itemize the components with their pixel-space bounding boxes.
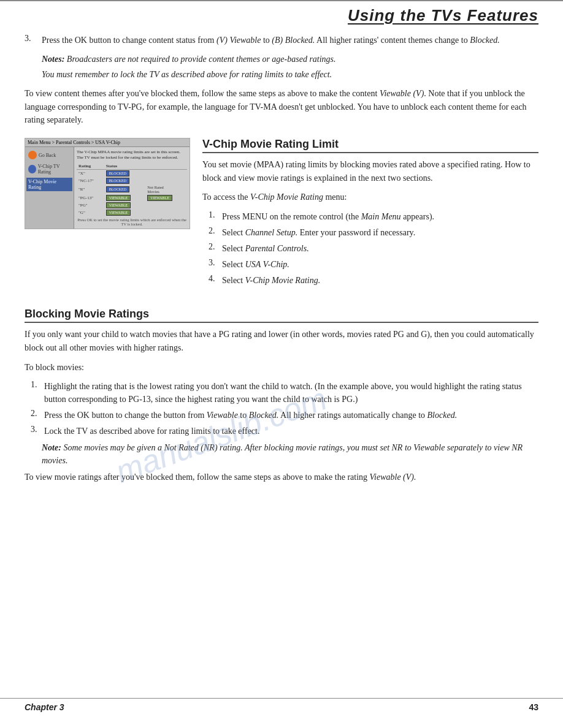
vchip-step-2b-num: 2. [209, 242, 222, 255]
note-2: You must remember to lock the TV as desc… [42, 68, 538, 81]
scr-active-movie-rating: V-Chip Movie Rating [26, 178, 72, 191]
extra-g [145, 209, 187, 216]
italic-viewable: (V) Viewable [216, 36, 261, 45]
vchip-italic: V-Chip Movie Rating [250, 192, 323, 202]
scr-icon-goback [28, 151, 37, 159]
two-col-section: Main Menu > Parental Controls > USA V-Ch… [25, 138, 538, 298]
blocked-italic2: Blocked. [427, 411, 458, 420]
page-title: Using the TVs Features [25, 6, 538, 25]
extra-x [145, 170, 187, 178]
vchip-step-1: 1. Press MENU on the remote control (the… [209, 210, 538, 223]
main-content: 3. Press the OK button to change content… [0, 34, 563, 484]
scr-icon-tvrating [28, 165, 36, 173]
rating-x: "X" [77, 170, 104, 178]
table-row: "R" BLOCKED Not RatedMovies [77, 184, 187, 194]
scr-col-rating: Rating [77, 163, 104, 170]
italic-blocked2: Blocked. [470, 36, 500, 45]
usa-vchip-italic: USA V-Chip. [245, 260, 289, 269]
page: Using the TVs Features manualslib.com 3.… [0, 0, 563, 728]
vchip-step-2-text: Select Channel Setup. Enter your passwor… [222, 226, 538, 239]
blocking-step-1-text: Highlight the rating that is the lowest … [44, 380, 538, 406]
scr-btn-goback: Go Back [26, 150, 72, 161]
status-btn-x: BLOCKED [106, 170, 129, 176]
scr-col-status: Status [104, 163, 146, 170]
table-row: "G" VIEWABLE [77, 209, 187, 216]
status-btn-pg: VIEWABLE [106, 202, 131, 208]
scr-menu-bar: Main Menu > Parental Controls > USA V-Ch… [25, 138, 190, 147]
rating-g: "G" [77, 209, 104, 216]
blocking-label: To block movies: [25, 361, 538, 374]
vchip-step-3-text: Select USA V-Chip. [222, 258, 538, 271]
vchip-step-2: 2. Select Channel Setup. Enter your pass… [209, 226, 538, 239]
footer-page: 43 [529, 702, 538, 712]
blocking-steps: 1. Highlight the rating that is the lowe… [31, 380, 538, 438]
scr-sidebar: Go Back V-Chip TV Rating V-Chip Movie Ra… [25, 147, 74, 229]
notes-label: Notes: [42, 55, 64, 64]
list-num-3: 3. [25, 34, 42, 47]
blocking-closing: To view movie ratings after you've block… [25, 471, 538, 484]
vchip-steps: 1. Press MENU on the remote control (the… [209, 210, 538, 287]
scr-desc: The V-Chip MPAA movie rating limits are … [77, 150, 187, 161]
status-nc17: BLOCKED [104, 177, 146, 184]
rating-nc17: "NC-17" [77, 177, 104, 184]
extra-nc17 [145, 177, 187, 184]
scr-btn-goback-label: Go Back [39, 153, 56, 158]
blocking-step-2-text: Press the OK button to change the button… [44, 409, 538, 422]
table-row: "X" BLOCKED [77, 170, 187, 178]
italic-blocked: (B) Blocked. [272, 36, 315, 45]
note-2-text: You must remember to lock the TV as desc… [42, 70, 332, 79]
viewable-italic: Viewable [207, 411, 238, 420]
channel-setup-italic: Channel Setup. [245, 228, 298, 237]
scr-footer-note: Press OK to set the movie rating limits … [77, 218, 187, 226]
blocking-note: Note: Some movies may be given a Not Rat… [42, 441, 538, 467]
table-row: "PG" VIEWABLE [77, 202, 187, 209]
blocking-step-3-num: 3. [31, 425, 44, 438]
blocked-italic: Blocked. [249, 411, 279, 420]
page-header: Using the TVs Features [0, 0, 563, 28]
scr-btn-tvrating: V-Chip TV Rating [26, 162, 72, 176]
scr-btn-tvrating-label: V-Chip TV Rating [38, 164, 71, 175]
vchip-step-1-num: 1. [209, 210, 222, 223]
scr-body: Go Back V-Chip TV Rating V-Chip Movie Ra… [25, 147, 190, 229]
extra-pg [145, 202, 187, 209]
vchip-step-2b-text: Select Parental Controls. [222, 242, 538, 255]
vchip-section: V-Chip Movie Rating Limit You set movie … [202, 138, 538, 287]
blocking-note-text: Note: Some movies may be given a Not Rat… [42, 441, 538, 467]
status-g: VIEWABLE [104, 209, 146, 216]
status-btn-nc17: BLOCKED [106, 178, 129, 184]
vchip-step-2b: 2. Select Parental Controls. [209, 242, 538, 255]
scr-table: Rating Status "X" BLOCKED [77, 163, 187, 216]
vchip-step-3-num: 3. [209, 258, 222, 271]
main-menu-italic: Main Menu [361, 212, 401, 221]
note-1: Notes: Broadcasters are not required to … [42, 53, 538, 66]
vchip-movie-italic: V-Chip Movie Rating. [245, 276, 320, 285]
table-row: "NC-17" BLOCKED [77, 177, 187, 184]
vchip-step-3: 3. Select USA V-Chip. [209, 258, 538, 271]
note-1-text: Broadcasters are not required to provide… [67, 55, 336, 64]
rating-pg13: "PG-13" [77, 194, 104, 202]
right-col: V-Chip Movie Rating Limit You set movie … [202, 138, 538, 298]
notes-block: Notes: Broadcasters are not required to … [42, 53, 538, 81]
blocking-heading: Blocking Movie Ratings [25, 308, 538, 323]
italic-viewable2: Viewable (V) [380, 89, 424, 98]
parental-controls-italic: Parental Controls. [245, 244, 309, 253]
blocking-step-1-num: 1. [31, 380, 44, 406]
vchip-heading: V-Chip Movie Rating Limit [202, 138, 538, 153]
blocking-step-2-num: 2. [31, 409, 44, 422]
status-btn-g: VIEWABLE [106, 210, 131, 216]
table-row: "PG-13" VIEWABLE VIEWABLE [77, 194, 187, 202]
status-btn-r: BLOCKED [106, 186, 129, 192]
status-r: BLOCKED [104, 184, 146, 194]
vchip-step-4-num: 4. [209, 274, 222, 287]
vchip-step-4: 4. Select V-Chip Movie Rating. [209, 274, 538, 287]
rating-r: "R" [77, 184, 104, 194]
blocking-step-3: 3. Lock the TV as described above for ra… [31, 425, 538, 438]
status-btn-pg13: VIEWABLE [106, 195, 131, 201]
list-item-3: 3. Press the OK button to change content… [25, 34, 538, 47]
blocking-step-1: 1. Highlight the rating that is the lowe… [31, 380, 538, 406]
vchip-access: To access the V-Chip Movie Rating menu: [202, 191, 538, 204]
screenshot-box: Main Menu > Parental Controls > USA V-Ch… [25, 138, 190, 229]
list-text-3: Press the OK button to change content st… [42, 34, 538, 47]
viewable-v-italic: Viewable (V). [370, 472, 416, 482]
vchip-step-4-text: Select V-Chip Movie Rating. [222, 274, 538, 287]
